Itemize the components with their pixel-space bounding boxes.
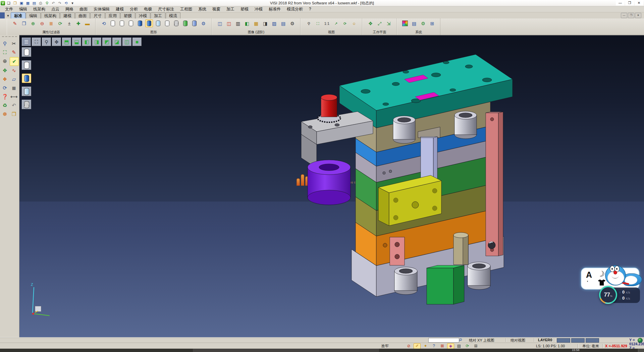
zoom-scale-1-1-icon[interactable]: 1:1 bbox=[323, 19, 331, 27]
menu-modeling[interactable]: 建模 bbox=[113, 6, 127, 12]
tab-modeling[interactable]: 建模 bbox=[60, 12, 75, 18]
advanced-image-settings-icon[interactable]: ⚙ bbox=[288, 19, 296, 27]
attributes-palette-icon[interactable]: ❖ bbox=[1, 75, 9, 83]
refresh-status-icon[interactable]: ⟳ bbox=[464, 343, 471, 349]
menu-system[interactable]: 系统 bbox=[195, 6, 209, 12]
hide-all-icon[interactable]: ▬ bbox=[84, 19, 91, 27]
transparent-cylinder-icon[interactable] bbox=[154, 19, 162, 27]
tab-progress[interactable]: 冲模 bbox=[136, 12, 150, 18]
menu-surface[interactable]: 曲面 bbox=[76, 6, 91, 12]
menu-window[interactable]: 视窗 bbox=[209, 6, 223, 12]
measure-distance-icon[interactable]: ⟷ bbox=[10, 93, 18, 101]
box-select-icon[interactable]: ◈ bbox=[447, 343, 454, 349]
workplane-move-icon[interactable]: ⇲ bbox=[385, 19, 392, 27]
dynamic-image-icon[interactable]: ◫ bbox=[216, 19, 224, 27]
attribute-table-icon[interactable]: ⊞ bbox=[428, 19, 436, 27]
active-layer-label[interactable]: LAYER0 bbox=[538, 338, 552, 342]
dashed-hidden-cylinder-icon[interactable] bbox=[127, 19, 135, 27]
zoom-window-icon[interactable]: ⛶ bbox=[314, 19, 322, 27]
menu-electrode[interactable]: 电极 bbox=[141, 6, 155, 12]
redraw-icon[interactable]: ⟲ bbox=[100, 19, 108, 27]
static-image-icon[interactable]: ◫ bbox=[225, 19, 233, 27]
menu-drafting[interactable]: 工程图 bbox=[177, 6, 195, 12]
visibility-refresh-icon[interactable]: ⟳ bbox=[56, 19, 64, 27]
shaded-cylinder-icon[interactable] bbox=[136, 19, 144, 27]
sketch-pencil-icon[interactable]: ✎ bbox=[10, 48, 18, 56]
navigator-wheel-icon[interactable]: ☸ bbox=[1, 110, 9, 118]
clip-plane-icon[interactable]: ◧ bbox=[243, 19, 251, 27]
menu-analysis[interactable]: 分析 bbox=[127, 6, 141, 12]
grab-hand-icon[interactable]: ✦ bbox=[422, 343, 429, 349]
pan-view-icon[interactable]: ↗ bbox=[332, 19, 340, 27]
visibility-add-icon[interactable]: ⊕ bbox=[29, 19, 37, 27]
workplane-align-icon[interactable]: ⤢ bbox=[376, 19, 383, 27]
zoom-dynamic-icon[interactable]: ⊕ bbox=[1, 57, 9, 65]
snap-disable-icon[interactable]: ⊘ bbox=[405, 343, 412, 349]
tab-dropdown-icon[interactable]: ▼ bbox=[5, 13, 11, 18]
menu-flow-analysis[interactable]: 模流分析 bbox=[284, 6, 306, 12]
list-levels-icon[interactable]: ▤ bbox=[455, 343, 463, 349]
model-3d-assembly[interactable] bbox=[19, 35, 644, 337]
tab-apply[interactable]: 应用 bbox=[105, 12, 120, 18]
window-view-icon[interactable]: ▱ bbox=[10, 75, 18, 83]
erase-icon[interactable]: ✂ bbox=[10, 40, 18, 48]
copy-render-cylinder-icon[interactable] bbox=[191, 19, 198, 27]
regenerate-icon[interactable]: ⟳ bbox=[1, 84, 9, 92]
solid-box-icon[interactable]: ◼ bbox=[10, 84, 18, 92]
attribute-brush-icon[interactable]: ✎ bbox=[11, 19, 19, 27]
menu-help[interactable]: ? bbox=[306, 6, 314, 12]
selection-zoom-icon[interactable]: ⚲ bbox=[1, 40, 9, 48]
toolbar-grip[interactable] bbox=[2, 36, 17, 38]
layer-color-box-2[interactable] bbox=[571, 338, 585, 343]
package-icon[interactable]: ⊠ bbox=[439, 343, 446, 349]
workplane-xyz-icon[interactable]: ✥ bbox=[367, 19, 374, 27]
menu-standard-parts[interactable]: 标准件 bbox=[266, 6, 284, 12]
show-all-icon[interactable]: ✚ bbox=[74, 19, 82, 27]
menu-mesh[interactable]: 网格 bbox=[62, 6, 76, 12]
memory-usage-gauge[interactable]: 77 % bbox=[599, 286, 617, 304]
status-search-input[interactable] bbox=[428, 338, 459, 343]
visibility-toggle-icon[interactable]: ± bbox=[65, 19, 73, 27]
mdi-restore-button[interactable]: ❐ bbox=[628, 13, 634, 18]
undo-arrow-icon[interactable]: ↶ bbox=[10, 101, 18, 109]
menu-mould[interactable]: 塑模 bbox=[237, 6, 252, 12]
layer-color-box-1[interactable] bbox=[557, 338, 570, 343]
spline-icon[interactable]: ∿ bbox=[10, 67, 18, 75]
menu-dimension[interactable]: 尺寸标注 bbox=[155, 6, 177, 12]
windows-taskbar[interactable]: 15:58 bbox=[0, 349, 644, 352]
minimize-button[interactable]: — bbox=[616, 0, 625, 5]
selection-box-icon[interactable]: ⛶ bbox=[1, 48, 9, 56]
menu-machining[interactable]: 加工 bbox=[223, 6, 237, 12]
hidden-line-cylinder-icon[interactable] bbox=[118, 19, 126, 27]
tab-flow[interactable]: 模流 bbox=[166, 12, 180, 18]
rotate-view-icon[interactable]: ⟳ bbox=[341, 19, 349, 27]
restore-button[interactable]: ❐ bbox=[625, 0, 634, 5]
tab-dimension[interactable]: 尺寸 bbox=[90, 12, 105, 18]
layer-chart-icon[interactable]: ▤ bbox=[410, 19, 418, 27]
grid-window-icon[interactable]: ⊞ bbox=[472, 343, 479, 349]
tab-surface[interactable]: 曲面 bbox=[75, 12, 90, 18]
wireframe-cylinder-icon[interactable] bbox=[109, 19, 117, 27]
view-face-icon[interactable]: ☺ bbox=[350, 19, 358, 27]
filter-traffic-light-icon[interactable]: ≣ bbox=[47, 19, 55, 27]
tab-standard[interactable]: 标准 bbox=[11, 12, 25, 18]
context-help-icon[interactable]: ? bbox=[430, 343, 437, 349]
menu-solid-edit[interactable]: 实体编辑 bbox=[91, 6, 113, 12]
flat-shaded-cylinder-icon[interactable] bbox=[163, 19, 171, 27]
document-folder-icon[interactable]: ❐ bbox=[10, 110, 18, 118]
shadow-icon[interactable]: ◨ bbox=[261, 19, 269, 27]
mdi-minimize-button[interactable]: — bbox=[621, 13, 627, 18]
texture-icon[interactable]: ▨ bbox=[270, 19, 278, 27]
system-settings-icon[interactable]: ⚙ bbox=[419, 19, 427, 27]
highlight-wand-icon[interactable]: ✐ bbox=[414, 343, 421, 349]
section-view-icon[interactable]: ▥ bbox=[234, 19, 242, 27]
tab-mould[interactable]: 塑膜 bbox=[120, 12, 135, 18]
visibility-remove-icon[interactable]: ⊖ bbox=[38, 19, 46, 27]
menu-wireframe[interactable]: 线架构 bbox=[30, 6, 48, 12]
graphics-options-icon[interactable]: ⚙ bbox=[200, 19, 207, 27]
absolute-view-label[interactable]: 绝对视图 bbox=[511, 338, 525, 343]
menu-pointcloud[interactable]: 点云 bbox=[48, 6, 62, 12]
menu-progress[interactable]: 冲模 bbox=[252, 6, 266, 12]
background-icon[interactable]: ▤ bbox=[279, 19, 287, 27]
menu-edit[interactable]: 编辑 bbox=[16, 6, 30, 12]
